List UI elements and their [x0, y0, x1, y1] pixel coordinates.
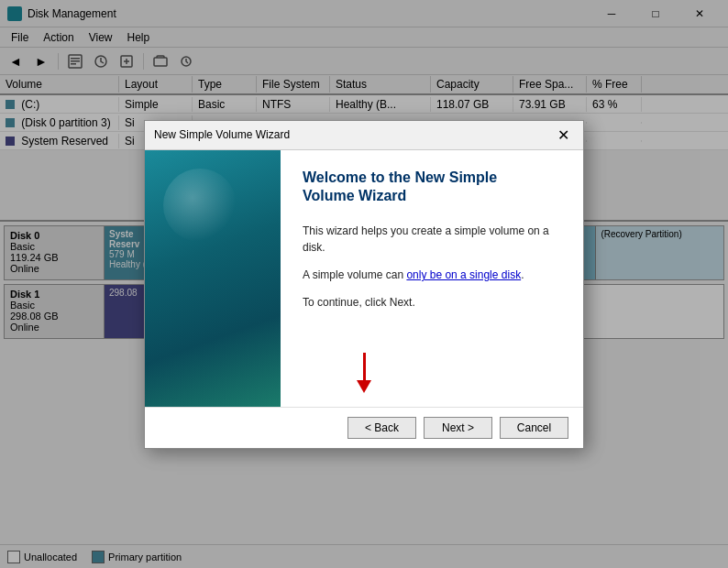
- dialog-para-1: This wizard helps you create a simple vo…: [303, 223, 561, 256]
- wizard-dialog: New Simple Volume Wizard ✕ Welcome to th…: [144, 120, 584, 449]
- dialog-heading: Welcome to the New SimpleVolume Wizard: [303, 169, 561, 207]
- back-button[interactable]: < Back: [347, 417, 416, 439]
- next-button[interactable]: Next >: [424, 417, 492, 439]
- dialog-titlebar: New Simple Volume Wizard ✕: [145, 121, 583, 150]
- dialog-para-2: A simple volume can only be on a single …: [303, 267, 561, 283]
- dialog-body: Welcome to the New SimpleVolume Wizard T…: [281, 150, 583, 407]
- dialog-footer: < Back Next > Cancel: [145, 407, 583, 448]
- link-only: only be on a single disk: [406, 268, 521, 281]
- dialog-sidebar: [145, 150, 281, 407]
- dialog-content: Welcome to the New SimpleVolume Wizard T…: [145, 150, 583, 407]
- sidebar-shine: [163, 169, 237, 242]
- dialog-title: New Simple Volume Wizard: [154, 128, 552, 141]
- dialog-close-button[interactable]: ✕: [552, 124, 574, 146]
- modal-overlay: New Simple Volume Wizard ✕ Welcome to th…: [0, 0, 728, 568]
- cancel-button[interactable]: Cancel: [500, 417, 568, 439]
- dialog-para-3: To continue, click Next.: [303, 294, 561, 311]
